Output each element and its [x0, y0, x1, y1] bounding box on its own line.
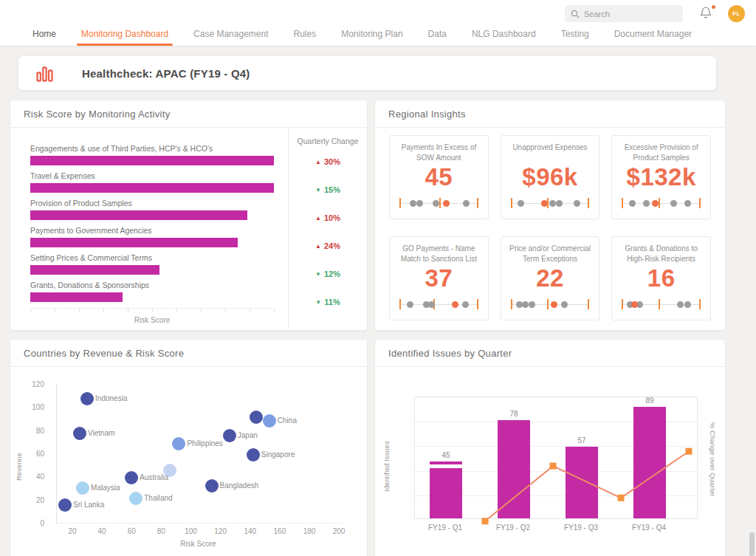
- risk-row: Engagements & use of Third Parties, HCP'…: [30, 144, 282, 165]
- kpi-card-price-and-or-commercial-[interactable]: Price and/or Commercial Term Exceptions2…: [501, 236, 600, 320]
- risk-axis-tick: [152, 309, 153, 312]
- strip-tick: [699, 299, 701, 309]
- panel-issues-header: Identified Issues by Quarter: [375, 340, 725, 367]
- panel-issues-title: Identified Issues by Quarter: [388, 348, 512, 359]
- tab-monitoring-plan[interactable]: Monitoring Plan: [341, 22, 402, 46]
- kpi-card-label: Excessive Provision of Product Samples: [618, 143, 704, 162]
- scatter-point-label: Indonesia: [95, 394, 127, 402]
- kpi-card-label: GO Payments - Name Match to Sanctions Li…: [396, 244, 482, 264]
- tab-data[interactable]: Data: [428, 22, 447, 46]
- strip-tick: [659, 299, 660, 309]
- strip-dot-gray: [463, 200, 470, 207]
- scatter-point-vietnam[interactable]: [73, 427, 86, 440]
- kpi-card-grants-donations-to-high[interactable]: Grants & Donations to High-Risk Recipien…: [611, 236, 711, 320]
- page-scrollbar[interactable]: [749, 532, 755, 556]
- page-title: Healthcheck: APAC (FY19 - Q4): [82, 67, 250, 80]
- kpi-card-unapproved-expenses[interactable]: Unapproved Expenses$96k: [501, 135, 600, 219]
- scatter-point-indonesia[interactable]: [80, 392, 94, 405]
- scatter-point-china[interactable]: [263, 414, 276, 428]
- risk-row: Provision of Product Samples: [30, 199, 282, 220]
- change-percent: 10%: [324, 213, 340, 222]
- strip-tick: [547, 299, 549, 309]
- strip-tick: [477, 299, 478, 309]
- notifications-button[interactable]: [698, 5, 715, 23]
- kpi-card-label: Price and/or Commercial Term Exceptions: [507, 244, 594, 264]
- kpi-card-value: 45: [396, 163, 482, 191]
- tab-testing[interactable]: Testing: [561, 22, 589, 46]
- kpi-distribution-strip: [400, 197, 478, 209]
- monitoring-dashboard-app: Search FL HomeMonitoring DashboardCase M…: [0, 0, 756, 556]
- search-input[interactable]: Search: [565, 5, 683, 22]
- tab-home[interactable]: Home: [32, 22, 56, 46]
- arrow-down-icon: ▼: [315, 271, 321, 278]
- quarterly-change-value: ▼15%: [289, 176, 367, 204]
- arrow-up-icon: ▲: [315, 243, 321, 250]
- scatter-point-singapore[interactable]: [247, 448, 260, 461]
- tab-monitoring-dashboard[interactable]: Monitoring Dashboard: [81, 22, 168, 46]
- risk-axis-tick: [128, 309, 128, 312]
- scatter-point-label: Singapore: [261, 450, 295, 459]
- kpi-grid: Payments In Excess of SOW Amount45Unappr…: [375, 128, 725, 320]
- kpi-card-go-payments-name-match-t[interactable]: GO Payments - Name Match to Sanctions Li…: [389, 236, 489, 320]
- scatter-x-tick: 20: [68, 527, 76, 535]
- quarterly-change-value: ▼12%: [289, 260, 367, 288]
- risk-axis-tick: [201, 309, 202, 312]
- risk-axis-tick: [55, 309, 55, 312]
- panel-countries-header: Countries by Revenue & Risk Score: [10, 340, 367, 367]
- risk-row-label: Provision of Product Samples: [30, 199, 282, 207]
- strip-dot-gray: [462, 301, 469, 308]
- risk-axis-tick: [225, 309, 226, 312]
- scatter-point-label: Sri Lanka: [73, 501, 104, 509]
- strip-dot-gray: [428, 301, 435, 308]
- risk-axis-tick: [250, 309, 250, 312]
- issues-line-marker: [686, 448, 693, 455]
- scatter-y-tick: 100: [24, 403, 44, 411]
- tab-case-management[interactable]: Case Management: [193, 22, 268, 46]
- scatter-y-tick: 20: [24, 496, 44, 504]
- avatar[interactable]: FL: [728, 5, 745, 22]
- risk-axis-tick: [176, 309, 177, 312]
- risk-axis-tick: [103, 309, 104, 312]
- scatter-point-japan[interactable]: [223, 429, 236, 442]
- risk-bar: [30, 265, 159, 275]
- kpi-card-excessive-provision-of-p[interactable]: Excessive Provision of Product Samples$1…: [611, 135, 711, 219]
- scatter-x-tick: 100: [185, 527, 197, 535]
- scatter-point-sri-lanka[interactable]: [58, 498, 72, 512]
- scatter-point-malaysia[interactable]: [76, 481, 89, 495]
- change-percent: 30%: [324, 157, 340, 166]
- issues-x-label: FY19 - Q1: [411, 524, 479, 532]
- panel-regional-header: Regional Insights: [375, 100, 725, 128]
- scatter-point-australia[interactable]: [125, 471, 138, 484]
- kpi-card-payments-in-excess-of-so[interactable]: Payments In Excess of SOW Amount45: [389, 135, 489, 219]
- scatter-y-tick: 40: [24, 473, 44, 481]
- strip-dot-orange: [551, 301, 557, 308]
- scatter-x-tick: 60: [128, 527, 136, 535]
- scatter-point[interactable]: [250, 411, 263, 424]
- scatter-point-label: Bangladesh: [220, 481, 259, 490]
- strip-tick: [588, 299, 589, 309]
- risk-axis-tick: [274, 309, 275, 312]
- scatter-point-bangladesh[interactable]: [205, 479, 219, 492]
- risk-bar: [30, 292, 123, 302]
- issues-plot-area: 45785789: [414, 397, 698, 519]
- scatter-point-label: Vietnam: [88, 429, 115, 437]
- tab-document-manager[interactable]: Document Manager: [614, 22, 692, 46]
- risk-row-label: Payments to Government Agencies: [30, 226, 282, 235]
- kpi-distribution-strip: [622, 197, 700, 209]
- scatter-point-thailand[interactable]: [129, 492, 142, 505]
- arrow-up-icon: ▲: [315, 159, 321, 165]
- nav-tabs: HomeMonitoring DashboardCase ManagementR…: [32, 22, 692, 46]
- scatter-point-label: China: [278, 416, 297, 425]
- scatter-point-philippines[interactable]: [172, 437, 185, 450]
- strip-tick: [399, 198, 401, 208]
- tab-rules[interactable]: Rules: [293, 22, 316, 46]
- tab-nlg-dashboard[interactable]: NLG Dashboard: [472, 22, 536, 46]
- risk-bar: [30, 156, 274, 165]
- kpi-card-value: 16: [618, 264, 704, 292]
- panel-countries-title: Countries by Revenue & Risk Score: [24, 348, 184, 359]
- strip-dot-gray: [529, 301, 535, 308]
- scatter-x-tick: 140: [244, 527, 256, 535]
- strip-dot-gray: [643, 200, 650, 207]
- strip-dot-gray: [416, 200, 423, 207]
- active-tab-underline: [77, 44, 173, 46]
